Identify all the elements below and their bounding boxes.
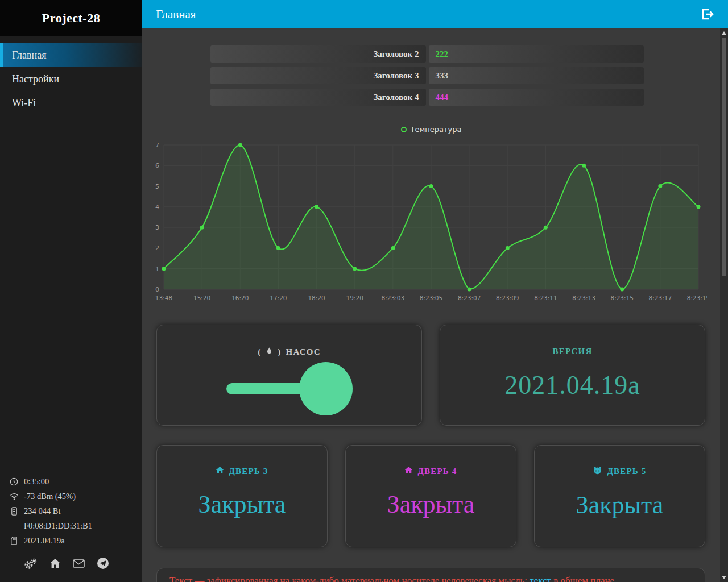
flame-icon [266,347,273,357]
gears-icon[interactable] [24,558,38,569]
status-wifi: -73 dBm (45%) [9,489,142,504]
version-value: 2021.04.19a [440,370,705,400]
pump-card-title: НАСОС [286,347,321,357]
sidebar-item-label: Wi-Fi [12,97,36,109]
table-row: Заголовок 2 222 [210,45,644,63]
table-row: Заголовок 3 333 [210,67,644,84]
page-title: Главная [156,7,196,22]
svg-text:8:23:09: 8:23:09 [496,294,519,301]
svg-text:16:20: 16:20 [231,294,249,301]
toggle-knob[interactable] [299,362,353,415]
sidebar-spacer [0,115,142,474]
door-5-title: ДВЕРЬ 5 [607,467,646,476]
temperature-chart: Температура 0123456713:4815:2016:2017:20… [142,125,720,307]
svg-text:17:20: 17:20 [270,294,287,301]
wifi-icon [9,493,19,500]
svg-text:8:23:17: 8:23:17 [649,294,672,301]
top-bar: Главная [142,0,728,28]
home-icon [216,466,224,476]
sidebar-item-wifi[interactable]: Wi-Fi [0,91,142,115]
row-label: Заголовок 2 [210,45,426,63]
text-part-1: Текст — зафиксированная на каком-либо ма… [169,575,527,582]
pump-card: ( ) НАСОС [156,325,422,426]
row-label: Заголовок 3 [210,67,426,84]
page-content: Заголовок 2 222 Заголовок 3 333 Заголово… [142,28,720,582]
svg-text:8:23:19: 8:23:19 [687,294,707,301]
sidebar-item-label: Настройки [12,73,59,85]
svg-text:4: 4 [155,203,159,211]
home-icon [404,466,413,476]
envelope-icon[interactable] [73,559,85,568]
door-5-state: Закрыта [535,490,705,519]
status-mac: F0:08:D1:DD:31:B1 [9,518,142,533]
sidebar-item-settings[interactable]: Настройки [0,67,142,91]
svg-text:5: 5 [155,183,159,190]
row-value: 222 [429,45,644,63]
text-card: Текст — зафиксированная на каком-либо ма… [156,568,705,582]
paren-left: ( [258,347,261,357]
door-4-header: ДВЕРЬ 4 [346,466,516,476]
memory-icon [9,507,19,516]
status-memory: 234 044 Bt [9,504,142,518]
pump-toggle[interactable] [226,361,353,417]
sidebar: Project-28 Главная Настройки Wi-Fi 0:35:… [0,0,142,582]
values-table: Заголовок 2 222 Заголовок 3 333 Заголово… [210,45,644,106]
row-value: 444 [429,89,644,106]
door-3-title: ДВЕРЬ 3 [229,467,268,476]
svg-text:1: 1 [155,265,159,273]
scrollbar-thumb[interactable] [722,38,726,276]
table-row: Заголовок 4 444 [210,89,644,106]
svg-text:13:48: 13:48 [155,294,172,301]
status-uptime: 0:35:00 [9,474,142,489]
pump-card-header: ( ) НАСОС [157,347,421,357]
svg-text:0: 0 [155,286,159,293]
scrollbar[interactable] [720,28,728,582]
svg-text:18:20: 18:20 [308,294,325,301]
clock-icon [9,477,19,486]
svg-text:7: 7 [155,142,159,149]
door-3-card: ДВЕРЬ 3 Закрыта [156,445,328,547]
uptime-value: 0:35:00 [24,477,49,487]
door-4-title: ДВЕРЬ 4 [417,467,457,476]
chart-legend: Температура [142,125,720,134]
sidebar-nav: Главная Настройки Wi-Fi [0,43,142,115]
text-link[interactable]: текст [530,575,551,582]
line-chart: 0123456713:4815:2016:2017:2018:2019:208:… [147,137,707,307]
main-area: Главная Заголовок 2 222 Заголовок 3 333 … [142,0,728,582]
svg-text:19:20: 19:20 [346,294,363,301]
sidebar-status: 0:35:00 -73 dBm (45%) 234 044 Bt F0:08:D… [0,474,142,548]
sidebar-item-main[interactable]: Главная [0,43,142,67]
version-card: ВЕРСИЯ 2021.04.19a [440,325,705,426]
door-3-state: Закрыта [157,490,327,519]
memory-value: 234 044 Bt [24,506,60,516]
row-value: 333 [429,67,644,84]
legend-marker-icon [401,127,407,132]
telegram-icon[interactable] [97,557,109,569]
svg-text:8:23:15: 8:23:15 [610,294,633,301]
logout-icon[interactable] [700,7,714,21]
cat-icon [593,466,602,477]
wifi-value: -73 dBm (45%) [24,492,76,501]
cards-row-1: ( ) НАСОС ВЕРСИЯ 2021.04.19a [156,325,705,426]
text-part-2: в общем плане [553,575,614,582]
legend-label: Температура [411,125,462,134]
svg-text:2: 2 [155,244,159,252]
scroll-up-icon[interactable] [722,31,726,35]
svg-text:15:20: 15:20 [193,294,210,301]
sd-card-icon [9,537,19,545]
svg-text:8:23:05: 8:23:05 [420,294,442,301]
scroll-down-icon[interactable] [722,576,726,579]
svg-text:3: 3 [155,224,159,231]
project-title: Project-28 [0,0,142,36]
door-5-card: ДВЕРЬ 5 Закрыта [534,445,705,547]
door-4-card: ДВЕРЬ 4 Закрыта [345,445,516,547]
app-window: Project-28 Главная Настройки Wi-Fi 0:35:… [0,0,728,582]
door-5-header: ДВЕРЬ 5 [535,466,705,477]
firmware-version-value: 2021.04.19a [24,536,65,546]
mac-value: F0:08:D1:DD:31:B1 [24,521,92,531]
row-label: Заголовок 4 [210,89,426,106]
home-icon[interactable] [49,558,61,568]
paren-right: ) [278,347,281,357]
svg-text:8:23:07: 8:23:07 [458,294,481,301]
svg-text:8:23:03: 8:23:03 [382,294,404,301]
